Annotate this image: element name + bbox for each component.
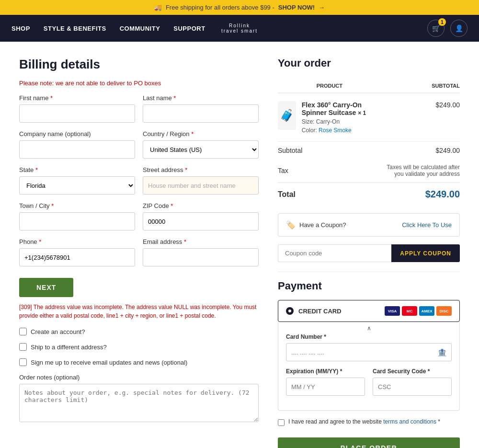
state-select[interactable]: Florida [19, 176, 135, 195]
subtotal-label: Subtotal [278, 142, 381, 160]
country-label: Country / Region * [143, 130, 259, 138]
ship-different-group: Ship to a different address? [19, 343, 259, 351]
csc-group: Card Security Code * [373, 368, 452, 396]
apply-coupon-button[interactable]: APPLY COUPON [391, 244, 460, 262]
banner-cta[interactable]: SHOP NOW! [278, 4, 315, 11]
navbar: SHOP STYLE & BENEFITS COMMUNITY SUPPORT … [0, 15, 479, 42]
phone-input[interactable] [19, 248, 135, 266]
credit-card-radio[interactable] [286, 307, 294, 315]
credit-card-label: CREDIT CARD [298, 308, 342, 315]
account-icon[interactable]: 👤 [450, 20, 468, 37]
city-group: Town / City * [19, 202, 135, 230]
email-group: Email address * [143, 238, 259, 266]
coupon-icon: 🏷️ [286, 220, 296, 230]
zip-label: ZIP Code * [143, 202, 259, 209]
banner-arrow: → [319, 4, 325, 11]
expiration-input[interactable] [286, 378, 365, 396]
last-name-group: Last name * [143, 94, 259, 123]
city-label: Town / City * [19, 202, 135, 209]
next-button[interactable]: NEXT [19, 278, 73, 297]
total-value: $249.00 [381, 183, 460, 206]
email-updates-group: Sign me up to receive email updates and … [19, 358, 259, 366]
subtotal-row: Subtotal $249.00 [278, 142, 460, 160]
terms-checkbox[interactable] [278, 419, 285, 426]
tax-note: Taxes will be calculated after you valid… [381, 164, 460, 177]
total-row: Total $249.00 [278, 183, 460, 206]
product-info: 🧳 Flex 360° Carry-On Spinner Suitcase × … [278, 101, 381, 134]
subtotal-col-header: SUBTOTAL [381, 79, 460, 93]
product-col-header: PRODUCT [278, 79, 381, 93]
last-name-input[interactable] [143, 104, 259, 123]
subtotal-value: $249.00 [381, 142, 460, 160]
product-details: Flex 360° Carry-On Spinner Suitcase × 1 … [302, 101, 381, 134]
card-expiry-csc-row: Expiration (MM/YY) * Card Security Code … [286, 368, 452, 402]
product-color-value: Rose Smoke [319, 127, 352, 134]
company-label: Company name (optional) [19, 130, 135, 138]
last-name-label: Last name * [143, 94, 259, 102]
total-label: Total [278, 183, 381, 206]
nav-actions: 🛒 1 👤 [427, 20, 468, 37]
city-zip-row: Town / City * ZIP Code * [19, 202, 259, 230]
order-notes-label: Order notes (optional) [19, 374, 259, 381]
banner-text: Free shipping for all orders above $99 - [166, 4, 274, 11]
card-number-group: Card Number * 🏦 [286, 333, 452, 361]
product-price: $249.00 [381, 93, 460, 142]
zip-group: ZIP Code * [143, 202, 259, 230]
email-input[interactable] [143, 248, 259, 266]
street-input[interactable] [143, 176, 259, 195]
product-image: 🧳 [278, 101, 296, 130]
ship-different-checkbox[interactable] [19, 343, 27, 351]
phone-group: Phone * [19, 238, 135, 266]
create-account-label: Create an account? [31, 328, 85, 335]
nav-community[interactable]: COMMUNITY [120, 25, 160, 32]
nav-style[interactable]: STYLE & BENEFITS [44, 25, 106, 32]
zip-input[interactable] [143, 212, 259, 230]
card-form: ∧ Card Number * 🏦 Expiration (MM/YY) [278, 322, 460, 411]
product-color: Color: Rose Smoke [302, 127, 381, 134]
csc-input[interactable] [373, 378, 452, 396]
state-street-row: State * Florida Street address * [19, 166, 259, 195]
card-number-label: Card Number * [286, 333, 452, 340]
coupon-input[interactable] [278, 244, 391, 262]
first-name-group: First name * [19, 94, 135, 123]
terms-link[interactable]: terms and conditions [383, 418, 436, 425]
coupon-link[interactable]: Click Here To Use [402, 221, 452, 229]
expiration-group: Expiration (MM/YY) * [286, 368, 365, 396]
card-number-input[interactable] [286, 343, 452, 361]
country-select[interactable]: United States (US) [143, 140, 259, 159]
coupon-input-row: APPLY COUPON [278, 244, 460, 262]
email-updates-checkbox[interactable] [19, 358, 27, 366]
coupon-box: 🏷️ Have a Coupon? Click Here To Use [278, 213, 460, 237]
site-logo[interactable]: Rollink travel smart [221, 23, 258, 34]
cc-left: CREDIT CARD [286, 307, 342, 315]
po-warning: Please note: we are not able to deliver … [19, 80, 259, 87]
card-icons: VISA MC AMEX DISC [385, 306, 452, 316]
cart-icon[interactable]: 🛒 1 [427, 20, 445, 37]
first-name-label: First name * [19, 94, 135, 102]
divider [278, 272, 460, 272]
banner-icon: 🚚 [154, 4, 162, 11]
nav-support[interactable]: SUPPORT [173, 25, 205, 32]
state-label: State * [19, 166, 135, 173]
terms-row: I have read and agree to the website ter… [278, 418, 460, 426]
name-row: First name * Last name * [19, 94, 259, 123]
first-name-input[interactable] [19, 104, 135, 123]
order-section: Your order PRODUCT SUBTOTAL 🧳 Flex 36 [278, 57, 460, 448]
order-notes-textarea[interactable] [19, 384, 259, 422]
billing-section: Billing details Please note: we are not … [19, 57, 259, 448]
coupon-label: 🏷️ Have a Coupon? [286, 220, 346, 230]
create-account-checkbox[interactable] [19, 328, 27, 335]
card-type-icon: 🏦 [437, 348, 447, 357]
tax-label: Tax [278, 159, 381, 183]
mastercard-icon: MC [402, 306, 417, 316]
order-notes-group: Order notes (optional) [19, 374, 259, 424]
create-account-group: Create an account? [19, 328, 259, 335]
order-table: PRODUCT SUBTOTAL 🧳 Flex 360° Carry-On Sp… [278, 79, 460, 206]
nav-shop[interactable]: SHOP [11, 25, 30, 32]
credit-card-option[interactable]: CREDIT CARD VISA MC AMEX DISC [278, 300, 460, 322]
place-order-button[interactable]: PLACE ORDER [278, 437, 460, 448]
phone-label: Phone * [19, 238, 135, 245]
discover-icon: DISC [436, 306, 452, 316]
company-input[interactable] [19, 140, 135, 159]
city-input[interactable] [19, 212, 135, 230]
